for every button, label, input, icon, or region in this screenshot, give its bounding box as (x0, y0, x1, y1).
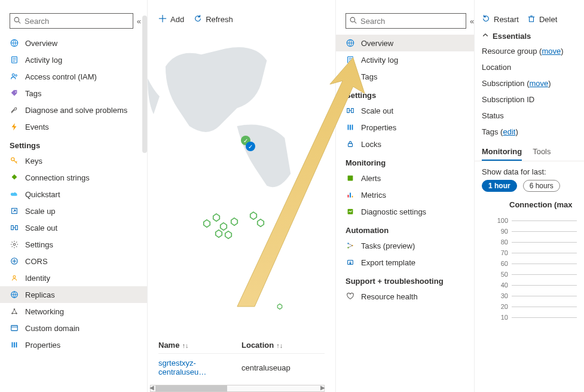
nav-item-settings[interactable]: Settings (0, 236, 147, 253)
nav-item-tasks-preview-[interactable]: Tasks (preview) (336, 237, 474, 254)
scroll-arrow-left-icon[interactable]: ◀ (149, 384, 154, 391)
nav-item-resource-health[interactable]: Resource health (336, 288, 474, 305)
nav-item-scale-out[interactable]: Scale out (336, 102, 474, 119)
svg-point-14 (13, 243, 16, 246)
nav-item-label: Scale out (25, 223, 57, 232)
essentials-action-move[interactable]: move (530, 79, 549, 88)
nav-item-properties[interactable]: Properties (336, 119, 474, 136)
essentials-action-edit[interactable]: edit (503, 127, 515, 136)
essentials-row-label: Location (482, 63, 511, 72)
nav-item-overview[interactable]: Overview (0, 35, 147, 51)
essentials-row-label: Subscription ID (482, 95, 534, 104)
svg-point-16 (13, 275, 16, 278)
sort-icon: ↑↓ (276, 342, 283, 349)
nav-item-tags[interactable]: Tags (336, 68, 474, 85)
map-silhouette (148, 30, 335, 210)
nav-item-metrics[interactable]: Metrics (336, 186, 474, 203)
nav-item-access-control-iam-[interactable]: Access control (IAM) (0, 68, 147, 85)
nav-item-label: Overview (25, 39, 57, 48)
nav-item-events[interactable]: Events (0, 118, 147, 135)
chart-ylabel: 90 (482, 228, 512, 235)
svg-rect-51 (529, 17, 533, 22)
nav-item-label: Alerts (361, 174, 381, 183)
chart-gridline: 20 (482, 301, 577, 312)
collapse-right-icon[interactable]: « (470, 17, 474, 26)
nav-item-export-template[interactable]: Export template (336, 254, 474, 271)
chart-ylabel: 40 (482, 281, 512, 289)
restart-button[interactable]: Restart (482, 14, 519, 24)
nav-item-diagnostic-settings[interactable]: Diagnostic settings (336, 203, 474, 220)
chart-gridline: 10 (482, 312, 577, 323)
replica-link[interactable]: sgrtestxyz-centraluseu… (158, 359, 241, 376)
col-location-header[interactable]: Location ↑↓ (241, 341, 325, 350)
nav-item-label: Scale out (361, 106, 393, 115)
chevron-up-icon (482, 32, 489, 41)
scrollbar-thumb[interactable] (142, 16, 147, 153)
delete-button[interactable]: Delet (527, 14, 557, 24)
scaleup-icon (10, 206, 19, 216)
essentials-row-location: Location (475, 59, 584, 75)
svg-rect-12 (11, 226, 14, 230)
refresh-button[interactable]: Refresh (194, 14, 233, 24)
nav-item-cors[interactable]: CORS (0, 253, 147, 270)
col-name-header[interactable]: Name ↑↓ (158, 341, 241, 350)
tab-monitoring[interactable]: Monitoring (482, 147, 522, 161)
nav-item-identity[interactable]: Identity (0, 270, 147, 286)
nav-item-label: Networking (25, 307, 64, 316)
nav-item-properties[interactable]: Properties (0, 336, 147, 353)
nav-item-activity-log[interactable]: Activity log (336, 51, 474, 68)
refresh-icon (194, 14, 202, 24)
nav-item-label: Export template (361, 258, 415, 267)
alert-icon (345, 173, 355, 183)
nav-item-keys[interactable]: Keys (0, 152, 147, 169)
time-range-1-hour[interactable]: 1 hour (482, 180, 517, 192)
hex-marker (256, 133, 265, 142)
nav-item-tags[interactable]: Tags (0, 85, 147, 102)
search-input-left[interactable] (10, 13, 133, 29)
essentials-row-label: Resource group (482, 47, 537, 56)
collapse-left-icon[interactable]: « (137, 17, 141, 26)
nav-item-label: Resource health (361, 292, 418, 301)
chart-gridline-line (512, 231, 577, 232)
nav-item-scale-out[interactable]: Scale out (0, 219, 147, 236)
show-data-for-label: Show data for last: (475, 161, 584, 180)
plug-icon (10, 173, 19, 182)
map[interactable]: ✓ ✓ (148, 30, 335, 337)
status-dot-blue: ✓ (246, 142, 255, 151)
search-input-right[interactable] (345, 13, 466, 29)
essentials-row-label: Subscription (482, 79, 525, 88)
svg-point-9 (15, 91, 16, 93)
network-icon (10, 307, 19, 316)
essentials-action-move[interactable]: move (542, 47, 561, 56)
nav-item-locks[interactable]: Locks (336, 136, 474, 152)
nav-item-replicas[interactable]: Replicas (0, 286, 147, 303)
tag-icon (345, 72, 355, 81)
nav-item-connection-strings[interactable]: Connection strings (0, 169, 147, 186)
chart-gridline-line (512, 307, 577, 307)
nav-section-header: Automation (336, 220, 474, 237)
add-button[interactable]: Add (158, 14, 184, 24)
nav-item-custom-domain[interactable]: Custom domain (0, 320, 147, 336)
chart-gridline-line (512, 264, 577, 264)
nav-item-alerts[interactable]: Alerts (336, 170, 474, 186)
tab-tools[interactable]: Tools (533, 147, 551, 161)
essentials-toggle[interactable]: Essentials (475, 29, 584, 43)
nav-item-label: Overview (361, 39, 393, 48)
log-icon (10, 55, 19, 65)
details-pane: Restart Delet Essentials Resource group … (475, 0, 584, 392)
export-icon (345, 258, 355, 267)
globe-icon (10, 38, 19, 48)
nav-item-activity-log[interactable]: Activity log (0, 51, 147, 68)
scrollbar-thumb[interactable] (155, 385, 227, 391)
nav-item-networking[interactable]: Networking (0, 303, 147, 320)
nav-item-overview[interactable]: Overview (336, 35, 474, 51)
scroll-arrow-right-icon[interactable]: ▶ (320, 384, 325, 391)
time-range-6-hours[interactable]: 6 hours (523, 180, 560, 192)
nav-item-quickstart[interactable]: Quickstart (0, 186, 147, 203)
nav-item-label: Events (25, 122, 49, 131)
table-row[interactable]: sgrtestxyz-centraluseu… centraluseuap (158, 354, 325, 381)
horizontal-scrollbar[interactable]: ◀ ▶ (150, 385, 325, 392)
nav-item-diagnose-and-solve-problems[interactable]: Diagnose and solve problems (0, 102, 147, 118)
nav-item-scale-up[interactable]: Scale up (0, 203, 147, 219)
chart-title: Connection (max (482, 200, 577, 215)
